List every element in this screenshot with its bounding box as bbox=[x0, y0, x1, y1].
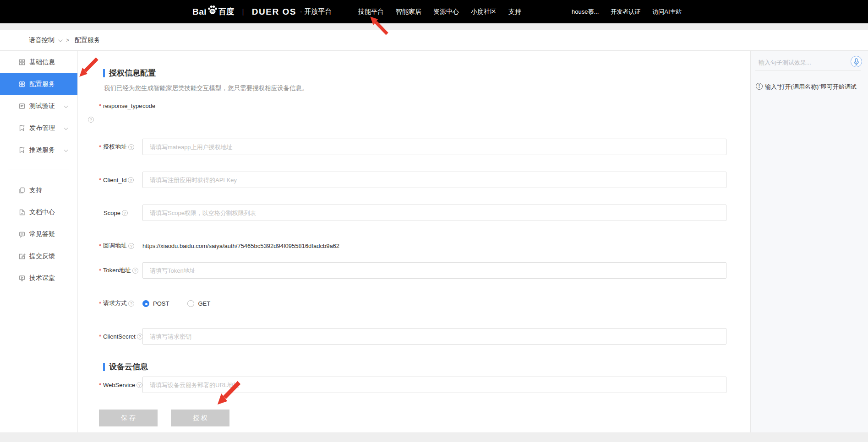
breadcrumb-parent[interactable]: 语音控制 bbox=[29, 36, 55, 44]
required-asterisk: * bbox=[99, 333, 101, 340]
mic-button[interactable] bbox=[851, 56, 862, 67]
help-icon[interactable]: ? bbox=[128, 177, 134, 183]
logo-dueros-text: DUER OS bbox=[252, 7, 296, 17]
sidebar-item-push-service[interactable]: 推送服务 bbox=[0, 139, 77, 161]
section-accent-bar bbox=[103, 69, 105, 77]
help-icon[interactable]: ? bbox=[128, 144, 134, 150]
help-icon[interactable]: ? bbox=[132, 268, 138, 274]
client-secret-input[interactable] bbox=[142, 328, 726, 345]
sidebar-divider bbox=[8, 169, 69, 169]
chat-dots-icon bbox=[18, 231, 26, 238]
grid-icon bbox=[18, 59, 26, 66]
sidebar-item-config-service[interactable]: 配置服务 bbox=[0, 73, 77, 95]
chevron-down-icon[interactable] bbox=[58, 38, 63, 42]
radio-get-label: GET bbox=[198, 300, 210, 307]
sidebar-link-tech-class[interactable]: 技术课堂 bbox=[0, 267, 77, 289]
authorize-button[interactable]: 授 权 bbox=[171, 410, 229, 426]
panel-divider bbox=[755, 70, 861, 70]
chevron-down-icon bbox=[64, 126, 68, 130]
form-row-client-secret: * ClientSecret ? bbox=[99, 328, 726, 345]
form-row-response-type: * response_type code bbox=[99, 102, 726, 109]
svg-text:du: du bbox=[211, 10, 214, 13]
copy-icon bbox=[18, 187, 26, 194]
nav-xiaodu-community[interactable]: 小度社区 bbox=[471, 8, 497, 16]
visit-ai-site-link[interactable]: 访问AI主站 bbox=[652, 8, 682, 16]
test-hint-text: 输入"打开(调用名称)"即可开始调试 bbox=[765, 83, 865, 91]
doc-icon bbox=[18, 102, 26, 110]
callback-url-value: https://xiaodu.baidu.com/saiya/auth/7546… bbox=[142, 243, 339, 249]
field-label-client-id: * Client_Id ? bbox=[99, 177, 142, 183]
top-header: Bai du 百度 ｜ DUER OS · 开放平台 技能平台 智能家居 资源中… bbox=[0, 0, 868, 23]
required-asterisk: * bbox=[99, 382, 101, 388]
sidebar-link-faq[interactable]: 常见答疑 bbox=[0, 223, 77, 245]
file-icon bbox=[18, 209, 26, 216]
form-row-auth-url: * 授权地址 ? bbox=[99, 139, 726, 155]
form-row-web-service: * WebService ? bbox=[99, 377, 726, 393]
main-content: 授权信息配置 我们已经为您生成智能家居类技能交互模型，您只需要授权相应设备信息。… bbox=[77, 51, 750, 432]
radio-get[interactable] bbox=[187, 300, 194, 307]
field-label-scope: Scope ? bbox=[99, 210, 142, 216]
breadcrumb-bar: 语音控制 > 配置服务 bbox=[0, 30, 868, 51]
section-title-device-cloud: 设备云信息 bbox=[103, 361, 148, 372]
token-url-input[interactable] bbox=[142, 262, 726, 279]
auth-url-input[interactable] bbox=[142, 139, 726, 155]
info-icon: ! bbox=[756, 83, 763, 90]
sidebar: 基础信息 配置服务 测试验证 发布管理 bbox=[0, 51, 77, 432]
logo-platform-suffix: · 开放平台 bbox=[300, 7, 332, 16]
sidebar-item-test-verify[interactable]: 测试验证 bbox=[0, 95, 77, 117]
field-label-request-method: * 请求方式 ? bbox=[99, 299, 142, 307]
form-row-token-url: * Token地址 ? bbox=[99, 262, 726, 279]
field-label-client-secret: * ClientSecret ? bbox=[99, 333, 142, 340]
client-id-input[interactable] bbox=[142, 172, 726, 188]
help-icon[interactable]: ? bbox=[137, 334, 143, 340]
breadcrumb-separator: > bbox=[66, 37, 69, 43]
sidebar-item-basic-info[interactable]: 基础信息 bbox=[0, 51, 77, 73]
breadcrumb-current: 配置服务 bbox=[75, 36, 100, 44]
field-label-auth-url: * 授权地址 ? bbox=[99, 143, 142, 151]
pencil-square-icon bbox=[18, 253, 26, 260]
baidu-dueros-logo[interactable]: Bai du 百度 ｜ DUER OS · 开放平台 bbox=[192, 0, 332, 23]
test-panel: ! 输入"打开(调用名称)"即可开始调试 bbox=[750, 51, 868, 432]
test-sentence-input[interactable] bbox=[759, 56, 846, 69]
sidebar-link-support[interactable]: 支持 bbox=[0, 179, 77, 201]
sidebar-item-label: 文档中心 bbox=[29, 208, 55, 216]
sidebar-item-label: 常见答疑 bbox=[29, 230, 55, 238]
nav-resource-center[interactable]: 资源中心 bbox=[433, 8, 459, 16]
web-service-input[interactable] bbox=[142, 377, 726, 393]
field-label-web-service: * WebService ? bbox=[99, 382, 142, 388]
developer-cert-link[interactable]: 开发者认证 bbox=[611, 8, 640, 16]
radio-post[interactable] bbox=[142, 300, 149, 307]
nav-skill-platform[interactable]: 技能平台 bbox=[358, 8, 384, 16]
required-asterisk: * bbox=[99, 300, 101, 307]
field-label-token-url: * Token地址 ? bbox=[99, 266, 142, 275]
sidebar-item-publish-manage[interactable]: 发布管理 bbox=[0, 117, 77, 139]
help-icon[interactable]: ? bbox=[128, 301, 134, 307]
baidu-paw-icon: du bbox=[207, 5, 218, 16]
nav-smart-home[interactable]: 智能家居 bbox=[396, 8, 421, 16]
scope-input[interactable] bbox=[142, 205, 726, 221]
username[interactable]: house慕... bbox=[572, 8, 599, 16]
form-row-scope: Scope ? bbox=[99, 205, 726, 221]
logo-bai-text: Bai bbox=[192, 7, 207, 17]
help-icon[interactable]: ? bbox=[88, 117, 94, 123]
section-title-text: 设备云信息 bbox=[109, 361, 148, 372]
help-icon[interactable]: ? bbox=[128, 243, 134, 249]
microphone-icon bbox=[853, 58, 859, 65]
bookmark-plus-icon bbox=[18, 124, 26, 132]
required-asterisk: * bbox=[99, 102, 101, 109]
logo-separator: ｜ bbox=[240, 7, 246, 16]
test-hint: ! 输入"打开(调用名称)"即可开始调试 bbox=[756, 83, 865, 91]
save-button[interactable]: 保 存 bbox=[99, 410, 158, 426]
clover-icon bbox=[18, 81, 26, 88]
sidebar-item-label: 基础信息 bbox=[29, 58, 55, 66]
sidebar-link-doc-center[interactable]: 文档中心 bbox=[0, 201, 77, 223]
breadcrumb: 语音控制 > 配置服务 bbox=[29, 36, 100, 44]
form-row-request-method: * 请求方式 ? POST GET bbox=[99, 295, 726, 312]
help-icon[interactable]: ? bbox=[122, 210, 128, 216]
logo-baidu-text: 百度 bbox=[218, 6, 234, 17]
form-row-client-id: * Client_Id ? bbox=[99, 172, 726, 188]
nav-support[interactable]: 支持 bbox=[508, 8, 521, 16]
help-icon[interactable]: ? bbox=[136, 382, 142, 388]
sidebar-link-feedback[interactable]: 提交反馈 bbox=[0, 245, 77, 267]
bookmark-plus-icon bbox=[18, 146, 26, 154]
